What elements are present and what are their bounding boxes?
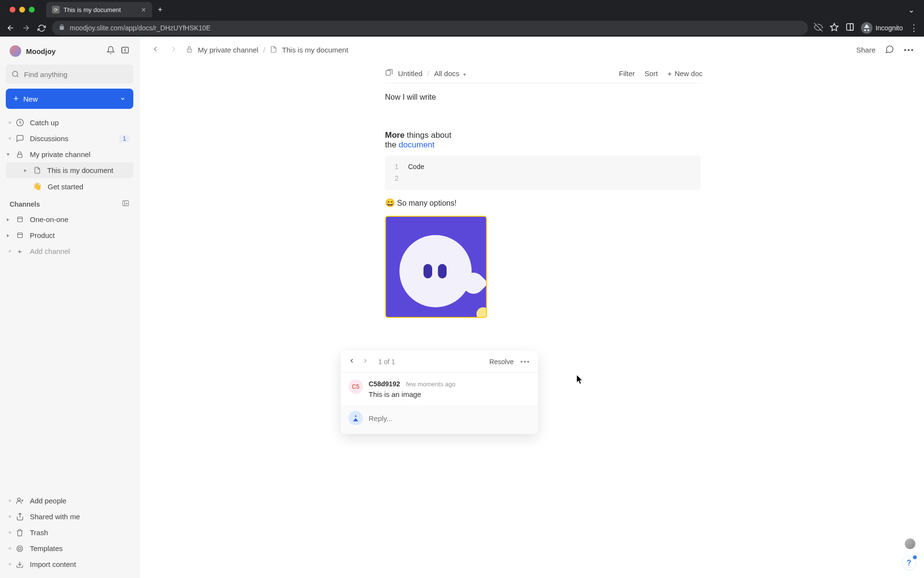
comment-indicator-icon[interactable] <box>476 307 487 318</box>
new-doc-button[interactable]: + New doc <box>667 69 703 78</box>
add-channel-panel-icon[interactable] <box>122 199 129 209</box>
incognito-icon <box>861 22 873 34</box>
trash-button[interactable]: Trash <box>6 525 133 540</box>
url-bar[interactable]: moodjoy.slite.com/app/docs/r_DHzUYfHSK10… <box>52 21 808 35</box>
status-dot-icon <box>9 499 11 502</box>
collapse-sidebar-icon[interactable] <box>121 46 129 56</box>
tabs-overflow-icon[interactable]: ⌄ <box>902 5 920 14</box>
prev-comment-button[interactable] <box>348 357 355 366</box>
nav-doc-current[interactable]: ▸ This is my document <box>6 162 133 178</box>
next-comment-button[interactable] <box>362 357 369 366</box>
nav-label: My private channel <box>30 150 90 158</box>
breadcrumb-parent[interactable]: My private channel <box>198 46 258 54</box>
close-window-button[interactable] <box>10 7 15 13</box>
new-button[interactable]: + New <box>6 89 133 109</box>
comments-icon[interactable] <box>885 45 894 55</box>
forward-button[interactable] <box>21 24 31 32</box>
topbar: My private channel / This is my document… <box>140 37 924 64</box>
paragraph[interactable]: Now I will write <box>385 93 457 102</box>
channel-one-on-one[interactable]: ▸ One-on-one <box>6 211 133 227</box>
breadcrumb-current[interactable]: This is my document <box>282 46 348 54</box>
incognito-badge[interactable]: Incognito <box>861 22 903 34</box>
nav-discussions[interactable]: Discussions 1 <box>6 131 133 146</box>
eye-off-icon[interactable] <box>814 23 823 34</box>
maximize-window-button[interactable] <box>29 7 35 13</box>
chevron-down-icon: ▾ <box>463 72 466 77</box>
add-people-button[interactable]: Add people <box>6 493 133 509</box>
browser-tab[interactable]: ⟳ This is my document ✕ <box>46 2 152 17</box>
chevron-right-icon[interactable]: ▸ <box>7 216 10 223</box>
new-tab-button[interactable]: + <box>158 5 162 14</box>
document-icon <box>270 46 277 54</box>
embedded-image[interactable] <box>385 216 487 318</box>
presence-avatar[interactable] <box>905 539 915 549</box>
star-icon[interactable] <box>830 23 839 34</box>
code-block[interactable]: 1Code 2 <box>385 156 701 190</box>
paragraph-rich[interactable]: More things about the document <box>385 131 457 150</box>
history-forward-button[interactable] <box>167 43 180 57</box>
back-button[interactable] <box>6 24 15 32</box>
reload-button[interactable] <box>37 24 46 32</box>
minimize-window-button[interactable] <box>19 7 25 13</box>
comment-reply-row <box>341 405 538 434</box>
svg-rect-8 <box>17 217 22 222</box>
add-channel-button[interactable]: + Add channel <box>6 243 133 259</box>
workspace-switcher[interactable]: Moodjoy <box>6 42 133 60</box>
sub-toolbar: Untitled / All docs ▾ Filter Sort + New … <box>385 64 703 83</box>
svg-point-12 <box>18 547 21 550</box>
notifications-icon[interactable] <box>106 46 115 56</box>
nav-private-channel[interactable]: ▾ My private channel <box>6 146 133 162</box>
search-input[interactable]: Find anything <box>6 65 133 84</box>
more-icon[interactable]: ••• <box>904 46 914 54</box>
separator: / <box>427 69 429 78</box>
history-back-button[interactable] <box>149 43 162 57</box>
tab-favicon-icon: ⟳ <box>52 6 60 13</box>
svg-point-4 <box>13 71 18 77</box>
nav-label: Shared with me <box>30 512 80 521</box>
workspace-logo-icon <box>10 45 21 57</box>
chevron-right-icon[interactable]: ▸ <box>7 232 10 238</box>
nav-label: Product <box>30 231 55 239</box>
breadcrumb: My private channel / This is my document <box>186 46 348 54</box>
chevron-right-icon[interactable]: ▸ <box>24 167 27 173</box>
share-button[interactable]: Share <box>856 46 875 54</box>
comment-more-icon[interactable]: ••• <box>520 358 530 366</box>
lock-icon <box>186 46 193 54</box>
current-user-avatar <box>348 411 363 425</box>
chevron-down-icon <box>120 95 126 103</box>
comment-author-avatar: C5 <box>348 380 363 394</box>
comment-counter: 1 of 1 <box>378 358 395 366</box>
import-content-button[interactable]: Import content <box>6 556 133 572</box>
resolve-button[interactable]: Resolve <box>489 358 514 366</box>
help-button[interactable]: ? <box>902 556 916 570</box>
code-content: Code <box>408 161 424 173</box>
link-text[interactable]: document <box>398 140 435 149</box>
browser-menu-icon[interactable]: ⋮ <box>910 23 918 33</box>
filter-button[interactable]: Filter <box>619 69 635 78</box>
all-docs-dropdown[interactable]: All docs ▾ <box>434 69 466 78</box>
svg-rect-7 <box>123 201 128 206</box>
reply-input[interactable] <box>369 414 530 422</box>
templates-button[interactable]: Templates <box>6 540 133 556</box>
sort-button[interactable]: Sort <box>644 69 658 78</box>
nav-get-started[interactable]: 👋 Get started <box>6 178 133 195</box>
wave-emoji-icon: 👋 <box>33 182 42 191</box>
tab-close-icon[interactable]: ✕ <box>141 6 146 13</box>
channel-product[interactable]: ▸ Product <box>6 227 133 243</box>
svg-rect-3 <box>122 47 128 53</box>
document-body[interactable]: Now I will write More things about the d… <box>140 83 457 318</box>
extensions-icon[interactable] <box>846 23 854 33</box>
chevron-down-icon[interactable]: ▾ <box>7 151 10 158</box>
shared-with-me-button[interactable]: Shared with me <box>6 509 133 525</box>
collection-icon[interactable] <box>385 68 393 78</box>
plus-icon: + <box>15 247 24 255</box>
nav-catch-up[interactable]: Catch up <box>6 115 133 131</box>
channels-heading-text: Channels <box>10 200 40 208</box>
browser-right-icons: Incognito ⋮ <box>814 22 918 34</box>
untitled-label[interactable]: Untitled <box>398 69 423 78</box>
comment-header: 1 of 1 Resolve ••• <box>341 351 538 373</box>
comment-body: C5 C58d9192 few moments ago This is an i… <box>341 373 538 405</box>
line-number: 2 <box>393 173 398 184</box>
paragraph-emoji[interactable]: 😄So many options! <box>385 198 457 208</box>
all-docs-label: All docs <box>434 69 460 78</box>
